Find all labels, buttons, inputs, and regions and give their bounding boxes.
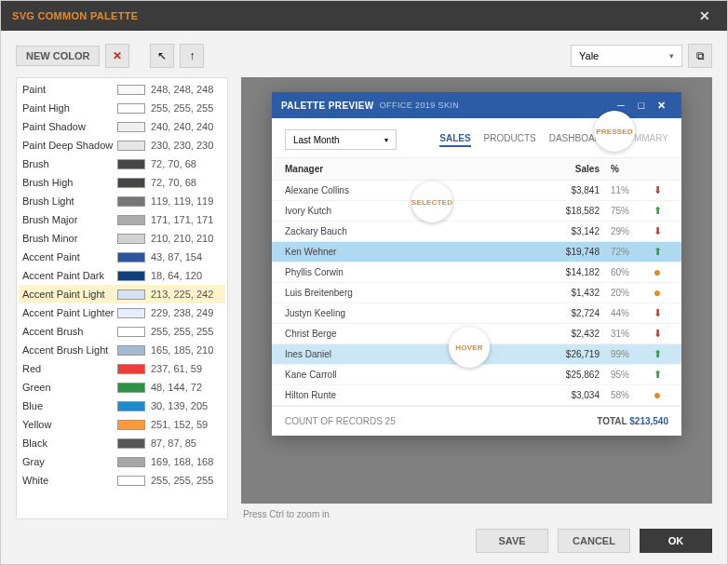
cell-percent: 29% xyxy=(600,226,646,236)
table-row[interactable]: Kane Carroll$25,86295%⬆ xyxy=(272,365,681,385)
palette-rgb: 255, 255, 255 xyxy=(151,102,222,114)
palette-name: Accent Paint Lighter xyxy=(22,307,117,318)
cancel-button[interactable]: CANCEL xyxy=(558,529,630,553)
save-button[interactable]: SAVE xyxy=(476,529,548,553)
color-swatch xyxy=(117,85,145,95)
theme-select[interactable]: Yale ▾ xyxy=(571,45,682,67)
palette-row[interactable]: Accent Paint Dark18, 64, 120 xyxy=(19,266,225,285)
copy-palette-button[interactable]: ⧉ xyxy=(688,44,712,68)
palette-rgb: 230, 230, 230 xyxy=(151,140,222,151)
table-row[interactable]: Alexane Collins$3,84111%⬇ xyxy=(272,181,681,201)
preview-area: PALETTE PREVIEW OFFICE 2019 SKIN ─ □ ✕ L… xyxy=(241,77,712,504)
palette-rgb: 119, 119, 119 xyxy=(151,195,222,207)
period-select[interactable]: Last Month ▾ xyxy=(285,129,397,150)
palette-row[interactable]: Accent Paint Lighter229, 238, 249 xyxy=(19,303,225,322)
trend-up-icon: ⬆ xyxy=(654,348,662,359)
palette-row[interactable]: Brush High72, 70, 68 xyxy=(19,173,225,192)
cell-manager: Christ Berge xyxy=(285,329,544,339)
table-row[interactable]: Luis Breitenberg$1,43220%● xyxy=(272,283,681,303)
palette-row[interactable]: Paint248, 248, 248 xyxy=(19,80,225,99)
close-preview-icon[interactable]: ✕ xyxy=(652,96,672,114)
cell-percent: 72% xyxy=(600,247,646,257)
trend-up-icon: ⬆ xyxy=(654,369,662,380)
palette-row[interactable]: Red237, 61, 59 xyxy=(19,359,225,378)
color-swatch xyxy=(117,420,145,430)
palette-name: Blue xyxy=(22,400,117,411)
table-row[interactable]: Hilton Runte$3,03458%● xyxy=(272,385,681,406)
preview-table: Manager Sales % Alexane Collins$3,84111%… xyxy=(272,158,681,436)
color-swatch xyxy=(117,289,145,300)
ok-button[interactable]: OK xyxy=(640,529,712,553)
palette-row[interactable]: Accent Brush Light165, 185, 210 xyxy=(19,341,225,359)
delete-icon: ✕ xyxy=(113,49,122,62)
color-swatch xyxy=(117,271,145,281)
cell-indicator: ● xyxy=(646,267,668,278)
caret-down-icon: ▾ xyxy=(384,136,388,144)
palette-row[interactable]: Brush72, 70, 68 xyxy=(19,155,225,173)
cell-indicator: ⬇ xyxy=(646,184,668,196)
pointer-button[interactable]: ↖ xyxy=(150,44,174,68)
palette-row[interactable]: Green48, 144, 72 xyxy=(19,378,225,397)
cell-percent: 75% xyxy=(600,206,646,216)
table-row[interactable]: Phyllis Corwin$14,18260%● xyxy=(272,262,681,283)
palette-row[interactable]: Brush Minor210, 210, 210 xyxy=(19,229,225,248)
arrow-up-icon: ↑ xyxy=(189,49,195,62)
palette-rgb: 255, 255, 255 xyxy=(151,326,222,337)
cell-indicator: ● xyxy=(646,288,668,299)
cell-percent: 95% xyxy=(600,370,646,380)
palette-row[interactable]: Paint Shadow240, 240, 240 xyxy=(19,117,225,136)
cell-percent: 58% xyxy=(600,390,646,400)
delete-button[interactable]: ✕ xyxy=(105,44,129,68)
table-row[interactable]: Ken Wehner$19,74872%⬆ xyxy=(272,242,681,262)
palette-row[interactable]: Brush Light119, 119, 119 xyxy=(19,192,225,210)
tab-products[interactable]: PRODUCTS xyxy=(484,133,536,147)
palette-row[interactable]: Gray169, 168, 168 xyxy=(19,452,225,471)
col-manager: Manager xyxy=(285,164,544,174)
palette-row[interactable]: Yellow251, 152, 59 xyxy=(19,415,225,434)
palette-list[interactable]: Paint248, 248, 248Paint High255, 255, 25… xyxy=(16,77,228,519)
preview-window: PALETTE PREVIEW OFFICE 2019 SKIN ─ □ ✕ L… xyxy=(272,92,681,436)
palette-name: Yellow xyxy=(22,419,117,430)
palette-rgb: 251, 152, 59 xyxy=(151,419,222,430)
cell-manager: Zackary Bauch xyxy=(285,226,544,236)
trend-down-icon: ⬇ xyxy=(654,328,662,339)
cell-sales: $19,748 xyxy=(544,247,600,257)
cell-percent: 99% xyxy=(600,349,646,359)
palette-row[interactable]: White255, 255, 255 xyxy=(19,471,225,490)
palette-row[interactable]: Paint High255, 255, 255 xyxy=(19,99,225,117)
maximize-icon[interactable]: □ xyxy=(631,96,652,114)
palette-row[interactable]: Paint Deep Shadow230, 230, 230 xyxy=(19,136,225,155)
period-value: Last Month xyxy=(293,135,339,145)
palette-rgb: 213, 225, 242 xyxy=(151,289,222,300)
palette-name: Brush High xyxy=(22,177,117,188)
table-row[interactable]: Ivory Kutch$18,58275%⬆ xyxy=(272,201,681,222)
trend-down-icon: ⬇ xyxy=(654,307,662,318)
palette-row[interactable]: Black87, 87, 85 xyxy=(19,434,225,452)
palette-row[interactable]: Accent Paint Light213, 225, 242 xyxy=(19,285,225,303)
palette-row[interactable]: Brush Major171, 171, 171 xyxy=(19,210,225,229)
palette-rgb: 255, 255, 255 xyxy=(151,475,222,486)
cell-indicator: ⬆ xyxy=(646,369,668,381)
preview-title: PALETTE PREVIEW xyxy=(281,101,374,111)
table-row[interactable]: Justyn Keeling$2,72444%⬇ xyxy=(272,303,681,324)
palette-row[interactable]: Blue30, 139, 205 xyxy=(19,397,225,415)
cell-sales: $14,182 xyxy=(544,267,600,277)
color-swatch xyxy=(117,383,145,393)
cell-manager: Phyllis Corwin xyxy=(285,267,544,277)
trend-down-icon: ⬇ xyxy=(654,225,662,236)
palette-row[interactable]: Accent Brush255, 255, 255 xyxy=(19,322,225,341)
palette-rgb: 18, 64, 120 xyxy=(151,270,222,281)
tab-sales[interactable]: SALES xyxy=(439,133,470,147)
color-swatch xyxy=(117,476,145,486)
table-row[interactable]: Zackary Bauch$3,14229%⬇ xyxy=(272,222,681,242)
color-swatch xyxy=(117,215,145,225)
palette-row[interactable]: Accent Paint43, 87, 154 xyxy=(19,248,225,266)
trend-up-icon: ⬆ xyxy=(654,246,662,257)
cell-sales: $3,034 xyxy=(544,390,600,400)
close-icon[interactable]: ✕ xyxy=(694,5,716,27)
up-button[interactable]: ↑ xyxy=(180,44,204,68)
palette-rgb: 72, 70, 68 xyxy=(151,158,222,169)
cell-manager: Ken Wehner xyxy=(285,247,544,257)
new-color-button[interactable]: NEW COLOR xyxy=(16,46,100,66)
palette-rgb: 87, 87, 85 xyxy=(151,437,222,449)
